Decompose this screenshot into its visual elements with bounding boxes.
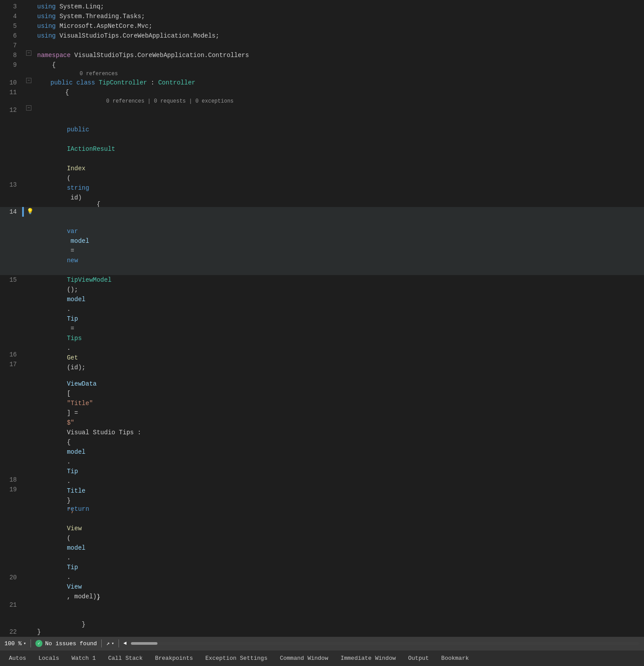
line-content-3: using System.Linq; <box>35 2 644 11</box>
line-number-13: 13 <box>0 180 22 190</box>
code-line-18: 18 <box>0 475 644 485</box>
status-check-icon: ✓ <box>35 640 42 647</box>
tab-callstack[interactable]: Call Stack <box>103 651 148 666</box>
tab-output[interactable]: Output <box>403 651 434 666</box>
line-number-19: 19 <box>0 485 22 494</box>
tab-bookmark[interactable]: Bookmark <box>436 651 474 666</box>
line-number-11: 11 <box>0 88 22 97</box>
line-number-22: 22 <box>0 627 22 637</box>
tab-watch1[interactable]: Watch 1 <box>66 651 101 666</box>
zoom-control[interactable]: 100 % ▾ <box>4 640 26 647</box>
line-gutter-14: 💡 <box>22 207 35 217</box>
line-content-22: } <box>35 627 644 637</box>
line-number-17: 17 <box>0 360 22 369</box>
code-line-10: 10 − public class TipController : Contro… <box>0 78 644 88</box>
code-line-10-hint: 10 0 references <box>0 70 644 78</box>
tab-locals[interactable]: Locals <box>33 651 65 666</box>
code-line-3: 3 using System.Linq; <box>0 2 644 11</box>
zoom-label: 100 % <box>4 640 22 647</box>
collapse-btn-12[interactable]: − <box>26 105 31 111</box>
line-content-8: namespace VisualStudioTips.CoreWebApplic… <box>35 50 644 60</box>
line-content-18 <box>35 475 644 485</box>
code-line-20: 20 } <box>0 573 644 600</box>
line-gutter-8: − <box>22 50 35 56</box>
tab-immediate-window[interactable]: Immediate Window <box>335 651 401 666</box>
tab-breakpoints[interactable]: Breakpoints <box>150 651 198 666</box>
code-line-5: 5 using Microsoft.AspNetCore.Mvc; <box>0 21 644 31</box>
code-line-19: 19 return View ( model . Tip . View , mo… <box>0 485 644 573</box>
code-line-12: 12 − public IActionResult Index ( string… <box>0 105 644 180</box>
nav-dropdown: ▾ <box>111 641 114 646</box>
code-line-13: 13 { <box>0 180 644 207</box>
code-line-12-hint: 12 0 references | 0 requests | 0 excepti… <box>0 97 644 105</box>
code-line-4: 4 using System.Threading.Tasks; <box>0 11 644 21</box>
line-gutter-10: − <box>22 78 35 83</box>
bookmark-marker-14 <box>22 207 24 217</box>
code-line-14: 14 💡 var model = new TipViewModel (); <box>0 207 644 275</box>
status-nav[interactable]: ↗ ▾ <box>106 640 114 647</box>
line-content-7 <box>35 41 644 50</box>
status-bar: 100 % ▾ ✓ No issues found ↗ ▾ ◄ <box>0 637 644 650</box>
code-line-7: 7 <box>0 41 644 50</box>
lightbulb-icon[interactable]: 💡 <box>27 207 34 217</box>
line-content-11: { <box>35 88 644 97</box>
line-number-12: 12 <box>0 105 22 115</box>
status-separator-3 <box>119 639 119 647</box>
status-separator-2 <box>101 639 102 647</box>
status-separator-1 <box>31 639 31 647</box>
scroll-bar[interactable] <box>131 642 640 645</box>
line-number-10-hint: 10 <box>0 69 22 79</box>
line-number-6: 6 <box>0 31 22 41</box>
tab-exception-settings[interactable]: Exception Settings <box>200 651 272 666</box>
line-content-12-hint: 0 references | 0 requests | 0 exceptions <box>35 97 644 105</box>
line-number-4: 4 <box>0 11 22 21</box>
code-line-11: 11 { <box>0 88 644 97</box>
collapse-btn-10[interactable]: − <box>26 78 31 83</box>
status-issues: ✓ No issues found <box>35 640 97 647</box>
line-number-7: 7 <box>0 41 22 50</box>
line-content-10-hint: 0 references <box>35 70 644 78</box>
line-number-5: 5 <box>0 21 22 31</box>
bottom-tabs: Autos Locals Watch 1 Call Stack Breakpoi… <box>0 650 644 666</box>
code-editor[interactable]: 3 using System.Linq; 4 using System.Thre… <box>0 0 644 637</box>
code-line-17: 17 ViewData [ "Title" ] = $" Visual Stud… <box>0 360 644 475</box>
tab-command-window[interactable]: Command Window <box>275 651 334 666</box>
line-number-10: 10 <box>0 78 22 88</box>
line-number-21: 21 <box>0 600 22 610</box>
line-number-16: 16 <box>0 350 22 360</box>
line-number-14: 14 <box>0 207 22 217</box>
scroll-arrow-left[interactable]: ◄ <box>123 640 126 647</box>
code-line-22: 22 } <box>0 627 644 637</box>
issues-label: No issues found <box>45 640 97 647</box>
code-line-16: 16 <box>0 350 644 360</box>
code-line-8: 8 − namespace VisualStudioTips.CoreWebAp… <box>0 50 644 60</box>
zoom-arrow: ▾ <box>23 641 26 646</box>
scroll-thumb <box>131 642 157 645</box>
line-content-5: using Microsoft.AspNetCore.Mvc; <box>35 21 644 31</box>
code-line-21: 21 } <box>0 600 644 627</box>
line-content-4: using System.Threading.Tasks; <box>35 11 644 21</box>
line-number-8: 8 <box>0 50 22 60</box>
code-line-15: 15 model . Tip = Tips . Get (id); <box>0 275 644 350</box>
line-number-20: 20 <box>0 573 22 582</box>
line-content-16 <box>35 350 644 360</box>
line-content-10: public class TipController : Controller <box>35 78 644 88</box>
code-line-9: 9 { <box>0 60 644 70</box>
line-number-9: 9 <box>0 60 22 70</box>
line-number-18: 18 <box>0 475 22 485</box>
tab-autos[interactable]: Autos <box>4 651 31 666</box>
code-line-6: 6 using VisualStudioTips.CoreWebApplicat… <box>0 31 644 41</box>
line-number-3: 3 <box>0 2 22 11</box>
line-number-15: 15 <box>0 275 22 285</box>
code-content: 3 using System.Linq; 4 using System.Thre… <box>0 0 644 637</box>
nav-arrow: ↗ <box>106 640 110 647</box>
collapse-btn-8[interactable]: − <box>26 50 31 56</box>
line-gutter-12: − <box>22 105 35 111</box>
line-content-9: { <box>35 60 644 70</box>
line-content-6: using VisualStudioTips.CoreWebApplicatio… <box>35 31 644 41</box>
